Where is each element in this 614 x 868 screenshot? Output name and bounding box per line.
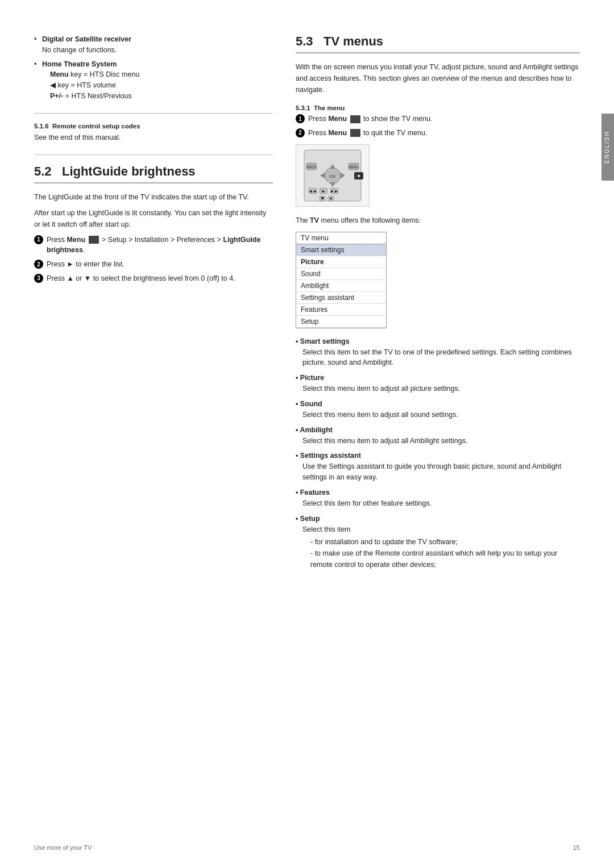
desc-picture-title: Picture	[296, 374, 580, 382]
desc-settings-assistant-text: Use the Settings assistant to guide you …	[296, 461, 580, 483]
desc-settings-assistant-title: Settings assistant	[296, 452, 580, 460]
device-hts-menu: Menu key = HTS Disc menu	[42, 70, 139, 78]
section-52: 5.2 LightGuide brightness The LightGuide…	[34, 164, 273, 284]
section-52-title: LightGuide brightness	[62, 164, 196, 178]
section-516-heading: 5.1.6 Remote control setup codes	[34, 123, 273, 130]
desc-sound-text: Select this menu item to adjust all soun…	[296, 410, 580, 420]
svg-text:►: ►	[322, 189, 326, 193]
remote-image: OK BACK MENU	[296, 144, 370, 207]
right-column: 5.3 TV menus With the on screen menus yo…	[296, 34, 580, 576]
menu-icon-2	[350, 115, 360, 123]
menu-icon-1	[89, 236, 99, 244]
device-digital-title: Digital or Satellite receiver	[42, 35, 131, 43]
section-531: 5.3.1 The menu 1 Press Menu to show the …	[296, 105, 580, 570]
svg-text:■: ■	[321, 196, 323, 200]
desc-settings-assistant: Settings assistant Use the Settings assi…	[296, 452, 580, 483]
setup-dash-2: to make use of the Remote control assist…	[310, 548, 580, 570]
tv-menu-item-setup: Setup	[296, 316, 386, 328]
remote-svg: OK BACK MENU	[298, 147, 367, 204]
top-divider	[34, 113, 273, 114]
tv-menu-item-sound: Sound	[296, 268, 386, 280]
section-52-num: 5.2	[34, 164, 52, 178]
section-531-heading: 5.3.1 The menu	[296, 105, 580, 111]
section-53: 5.3 TV menus With the on screen menus yo…	[296, 34, 580, 570]
step-52-1: 1 Press Menu > Setup > Installation > Pr…	[34, 235, 273, 256]
step-52-2-num: 2	[34, 260, 43, 269]
device-item-digital: Digital or Satellite receiver No change …	[34, 34, 273, 56]
section-divider	[34, 155, 273, 155]
desc-smart-settings-title: Smart settings	[296, 337, 580, 345]
desc-picture-text: Select this menu item to adjust all pict…	[296, 383, 580, 394]
tv-menu-table: TV menu Smart settings Picture Sound Amb…	[296, 232, 387, 328]
desc-features-title: Features	[296, 489, 580, 496]
device-hts-nextprev: P+/- = HTS Next/Previous	[42, 92, 132, 100]
desc-picture: Picture Select this menu item to adjust …	[296, 374, 580, 394]
desc-ambilight-title: Ambilight	[296, 426, 580, 434]
section-52-para1: The LightGuide at the front of the TV in…	[34, 191, 273, 203]
section-52-para2: After start up the LightGuide is lit con…	[34, 207, 273, 230]
svg-text:■: ■	[358, 174, 360, 178]
main-content: Digital or Satellite receiver No change …	[34, 34, 580, 576]
desc-setup: Setup Select this item for installation …	[296, 515, 580, 571]
desc-sound: Sound Select this menu item to adjust al…	[296, 400, 580, 420]
step-531-1-text: Press Menu to show the TV menu.	[308, 114, 432, 124]
footer-left: Use more of your TV	[34, 844, 92, 851]
svg-text:MENU: MENU	[349, 165, 359, 169]
device-list: Digital or Satellite receiver No change …	[34, 34, 273, 102]
section-516-num: 5.1.6	[34, 123, 49, 130]
tv-menu-item-features: Features	[296, 304, 386, 316]
section-53-heading: 5.3 TV menus	[296, 34, 580, 53]
section-53-title: TV menus	[323, 34, 383, 48]
step-531-2-text: Press Menu to quit the TV menu.	[308, 128, 427, 139]
tv-menu-header: TV menu	[296, 232, 386, 244]
tv-menu-item-ambilight: Ambilight	[296, 280, 386, 292]
language-tab: ENGLISH	[601, 114, 614, 181]
desc-smart-settings-text: Select this item to set the TV to one of…	[296, 347, 580, 369]
step-52-3: 3 Press ▲ or ▼ to select the brightness …	[34, 273, 273, 284]
svg-text:●: ●	[330, 196, 332, 200]
tv-menu-item-smart-settings: Smart settings	[296, 244, 386, 256]
svg-text:BACK: BACK	[307, 165, 316, 169]
device-item-hts: Home Theatre System Menu key = HTS Disc …	[34, 59, 273, 102]
device-hts-title: Home Theatre System	[42, 60, 117, 68]
desc-setup-text: Select this item for installation and to…	[296, 524, 580, 571]
desc-sound-title: Sound	[296, 400, 580, 408]
step-52-2-text: Press ► to enter the list.	[47, 259, 125, 270]
svg-text:OK: OK	[329, 174, 336, 179]
section-516-text: See the end of this manual.	[34, 132, 273, 143]
below-remote-text: The TV menu offers the following items:	[296, 215, 580, 226]
desc-features: Features Select this item for other feat…	[296, 489, 580, 509]
step-52-3-num: 3	[34, 274, 43, 283]
tv-menu-item-settings-assistant: Settings assistant	[296, 292, 386, 304]
svg-text:◄◄: ◄◄	[309, 189, 317, 193]
step-531-2: 2 Press Menu to quit the TV menu.	[296, 128, 580, 139]
step-52-3-text: Press ▲ or ▼ to select the brightness le…	[47, 273, 235, 284]
svg-text:►►: ►►	[330, 189, 338, 193]
section-53-intro: With the on screen menus you install you…	[296, 61, 580, 95]
setup-dash-1: for installation and to update the TV so…	[310, 536, 580, 548]
desc-setup-title: Setup	[296, 515, 580, 523]
setup-dash-list: for installation and to update the TV so…	[302, 536, 580, 570]
tv-menu-item-picture: Picture	[296, 256, 386, 268]
section-52-heading: 5.2 LightGuide brightness	[34, 164, 273, 183]
footer-right: 15	[573, 844, 580, 851]
step-52-1-num: 1	[34, 235, 43, 244]
device-digital-text: No change of functions.	[42, 46, 117, 54]
menu-icon-3	[350, 129, 360, 137]
step-531-1: 1 Press Menu to show the TV menu.	[296, 114, 580, 124]
step-52-2: 2 Press ► to enter the list.	[34, 259, 273, 270]
step-531-1-num: 1	[296, 114, 305, 123]
section-516: 5.1.6 Remote control setup codes See the…	[34, 123, 273, 143]
section-531-num: 5.3.1	[296, 105, 310, 111]
section-531-title: The menu	[314, 105, 345, 111]
step-531-2-num: 2	[296, 128, 305, 137]
section-516-title: Remote control setup codes	[52, 123, 140, 130]
device-hts-volume: ◀ key = HTS volume	[42, 81, 116, 89]
desc-features-text: Select this item for other feature setti…	[296, 498, 580, 509]
desc-smart-settings: Smart settings Select this item to set t…	[296, 337, 580, 369]
desc-ambilight-text: Select this menu item to adjust all Ambi…	[296, 436, 580, 446]
section-53-num: 5.3	[296, 34, 313, 48]
left-column: Digital or Satellite receiver No change …	[34, 34, 273, 576]
page: ENGLISH Digital or Satellite receiver No…	[0, 0, 614, 868]
step-52-1-text: Press Menu > Setup > Installation > Pref…	[47, 235, 273, 256]
